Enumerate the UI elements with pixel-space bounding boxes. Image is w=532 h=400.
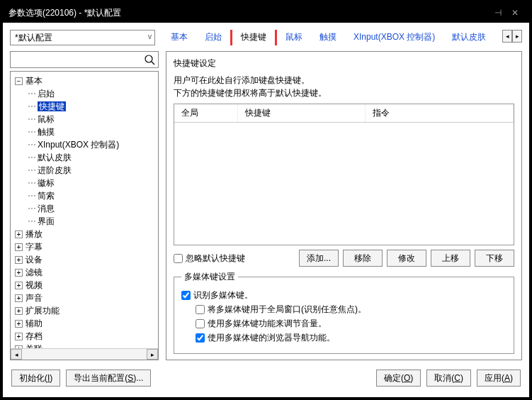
move-up-button[interactable]: 上移 — [431, 250, 470, 267]
mm-volume-checkbox[interactable]: 使用多媒体键功能来调节音量。 — [196, 318, 506, 330]
tree-item[interactable]: ⋯默认皮肤 — [12, 151, 157, 164]
ignore-default-checkbox[interactable]: 忽略默认快捷键 — [174, 252, 295, 265]
tree-item[interactable]: −基本 — [12, 74, 157, 87]
col-shortcut[interactable]: 快捷键 — [238, 104, 366, 122]
tree-item[interactable]: ⋯启始 — [12, 87, 157, 100]
search-input[interactable] — [10, 51, 159, 68]
pin-icon[interactable]: ⊣ — [489, 8, 506, 18]
col-global[interactable]: 全局 — [174, 104, 238, 122]
init-button[interactable]: 初始化(I) — [11, 370, 60, 387]
tab-3[interactable]: 鼠标 — [277, 30, 311, 45]
settings-panel: 快捷键设定 用户可在此处自行添加键盘快捷键。 下方的快捷键使用权将高于默认快捷键… — [166, 51, 522, 360]
scroll-right-icon[interactable]: ▸ — [147, 349, 158, 360]
tree-item[interactable]: +滤镜 — [12, 266, 157, 279]
tab-0[interactable]: 基本 — [162, 30, 196, 45]
search-icon — [144, 54, 155, 67]
tab-4[interactable]: 触摸 — [311, 30, 345, 45]
tree-item[interactable]: ⋯界面 — [12, 215, 157, 228]
tree-item[interactable]: +设备 — [12, 253, 157, 266]
mm-recognize-checkbox[interactable]: 识别多媒体键。 — [181, 289, 506, 301]
svg-line-1 — [152, 62, 154, 65]
add-button[interactable]: 添加... — [299, 250, 339, 267]
table-body[interactable] — [174, 123, 514, 245]
mm-browser-checkbox[interactable]: 使用多媒体键的浏览器导航功能。 — [196, 332, 506, 344]
panel-heading: 快捷键设定 — [174, 57, 514, 70]
remove-button[interactable]: 移除 — [343, 250, 383, 267]
tab-1[interactable]: 启始 — [196, 30, 230, 45]
mm-global-checkbox[interactable]: 将多媒体键用于全局窗口(识别任意焦点)。 — [196, 304, 506, 316]
tab-scroll-left-icon[interactable]: ◂ — [502, 30, 512, 43]
chevron-down-icon: v — [148, 33, 152, 40]
titlebar: 参数选项(220106) - *默认配置 ⊣ ✕ — [3, 3, 529, 23]
tree-item[interactable]: ⋯鼠标 — [12, 113, 157, 126]
multimedia-group: 多媒体键设置 识别多媒体键。 将多媒体键用于全局窗口(识别任意焦点)。 使用多媒… — [174, 271, 514, 354]
multimedia-heading: 多媒体键设置 — [181, 271, 238, 283]
tree-item[interactable]: +辅助 — [12, 317, 157, 330]
move-down-button[interactable]: 下移 — [475, 250, 514, 267]
tree-item[interactable]: +视频 — [12, 279, 157, 291]
footer: 初始化(I) 导出当前配置(S)... 确定(O) 取消(C) 应用(A) — [10, 366, 522, 390]
tab-5[interactable]: XInput(XBOX 控制器) — [345, 30, 443, 45]
svg-point-0 — [145, 55, 152, 62]
tab-bar: 基本启始快捷键鼠标触摸XInput(XBOX 控制器)默认皮肤进 — [162, 30, 495, 45]
tree-item[interactable]: ⋯进阶皮肤 — [12, 164, 157, 177]
tab-2[interactable]: 快捷键 — [230, 30, 277, 45]
tree-item[interactable]: +存档 — [12, 330, 157, 343]
tree-item[interactable]: ⋯快捷键 — [12, 100, 157, 113]
edit-button[interactable]: 修改 — [387, 250, 426, 267]
shortcut-table[interactable]: 全局 快捷键 指令 — [174, 104, 514, 245]
tree-item[interactable]: ⋯简索 — [12, 189, 157, 202]
ok-button[interactable]: 确定(O) — [376, 370, 421, 387]
config-select-value: *默认配置 — [15, 32, 52, 44]
category-tree[interactable]: −基本⋯启始⋯快捷键⋯鼠标⋯触摸⋯XInput(XBOX 控制器)⋯默认皮肤⋯进… — [10, 71, 159, 360]
tree-item[interactable]: ⋯触摸 — [12, 126, 157, 138]
tree-item[interactable]: +字幕 — [12, 240, 157, 253]
tab-7[interactable]: 进 — [494, 30, 495, 45]
close-icon[interactable]: ✕ — [506, 8, 523, 18]
cancel-button[interactable]: 取消(C) — [426, 370, 471, 387]
apply-button[interactable]: 应用(A) — [477, 370, 521, 387]
tree-hscroll[interactable]: ◂ ▸ — [11, 348, 158, 360]
tab-scroll[interactable]: ◂ ▸ — [502, 30, 522, 43]
tree-item[interactable]: ⋯徽标 — [12, 177, 157, 189]
help-text: 用户可在此处自行添加键盘快捷键。 下方的快捷键使用权将高于默认快捷键。 — [174, 74, 514, 99]
config-select[interactable]: *默认配置 v — [10, 30, 155, 45]
tab-6[interactable]: 默认皮肤 — [443, 30, 494, 45]
col-command[interactable]: 指令 — [366, 104, 514, 122]
tree-item[interactable]: ⋯消息 — [12, 202, 157, 215]
export-button[interactable]: 导出当前配置(S)... — [66, 370, 151, 387]
tree-item[interactable]: ⋯XInput(XBOX 控制器) — [12, 138, 157, 151]
tree-item[interactable]: +声音 — [12, 291, 157, 304]
tree-item[interactable]: +播放 — [12, 228, 157, 240]
tree-item[interactable]: +扩展功能 — [12, 304, 157, 317]
tab-scroll-right-icon[interactable]: ▸ — [512, 30, 522, 43]
table-header: 全局 快捷键 指令 — [174, 104, 514, 123]
scroll-left-icon[interactable]: ◂ — [11, 349, 22, 360]
window-title: 参数选项(220106) - *默认配置 — [9, 7, 121, 19]
